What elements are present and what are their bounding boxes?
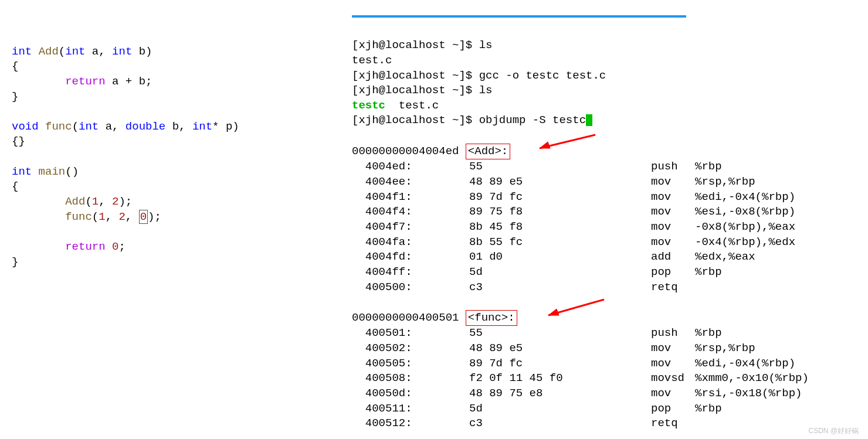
asm-row: 4004f4:89 75 f8mov%esi,-0x8(%rbp) xyxy=(352,205,868,220)
svg-marker-3 xyxy=(548,309,559,315)
watermark: CSDN @好好锅 xyxy=(808,426,859,435)
src-line: Add(1, 2); xyxy=(12,195,132,208)
asm-row: 400512:c3retq xyxy=(352,416,868,431)
src-line: } xyxy=(12,90,18,103)
asm-row: 400505:89 7d fcmov%edi,-0x4(%rbp) xyxy=(352,356,868,372)
arrow-to-func xyxy=(537,297,607,323)
term-output: testc test.c xyxy=(352,99,439,112)
arrow-to-add xyxy=(528,132,598,155)
asm-block-func: 400501:55push%rbp 400502:48 89 e5mov%rsp… xyxy=(352,326,868,431)
asm-row: 4004ff:5dpop%rbp xyxy=(352,265,868,280)
asm-row: 4004ee:48 89 e5mov%rsp,%rbp xyxy=(352,175,868,190)
asm-row: 400501:55push%rbp xyxy=(352,326,868,341)
term-line: [xjh@localhost ~]$ gcc -o testc test.c xyxy=(352,69,606,82)
add-label-box: <Add>: xyxy=(466,144,510,160)
asm-header: 0000000000400501 <func>: xyxy=(352,311,517,324)
asm-row: 4004f7:8b 45 f8mov-0x8(%rbp),%eax xyxy=(352,220,868,235)
terminal-pane: [xjh@localhost ~]$ ls test.c [xjh@localh… xyxy=(340,0,868,439)
asm-row: 400500:c3retq xyxy=(352,280,868,295)
src-line: } xyxy=(12,256,18,268)
src-line: return a + b; xyxy=(12,75,152,88)
terminal-cursor xyxy=(586,114,592,126)
asm-row: 400508:f2 0f 11 45 f0movsd%xmm0,-0x10(%r… xyxy=(352,371,868,386)
svg-marker-1 xyxy=(540,142,550,148)
main-container: int Add(int a, int b) { return a + b; } … xyxy=(0,0,868,439)
src-line: int Add(int a, int b) xyxy=(12,45,152,58)
source-code-pane: int Add(int a, int b) { return a + b; } … xyxy=(0,0,340,439)
src-line: { xyxy=(12,180,18,193)
asm-row: 40050d:48 89 75 e8mov%rsi,-0x18(%rbp) xyxy=(352,386,868,401)
term-line: [xjh@localhost ~]$ objdump -S testc xyxy=(352,114,592,127)
term-output: test.c xyxy=(352,54,392,67)
src-line: return 0; xyxy=(12,240,126,253)
src-line: func(1, 2, 0); xyxy=(12,210,161,224)
asm-row: 4004f1:89 7d fcmov%edi,-0x4(%rbp) xyxy=(352,190,868,205)
asm-block-add: 4004ed:55push%rbp 4004ee:48 89 e5mov%rsp… xyxy=(352,159,868,295)
func-label-box: <func>: xyxy=(466,310,517,326)
asm-row: 400502:48 89 e5mov%rsp,%rbp xyxy=(352,341,868,356)
term-line: [xjh@localhost ~]$ ls xyxy=(352,84,492,97)
asm-row: 4004fd:01 d0add%edx,%eax xyxy=(352,250,868,265)
asm-header: 00000000004004ed <Add>: xyxy=(352,145,510,158)
asm-row: 4004fa:8b 55 fcmov-0x4(%rbp),%edx xyxy=(352,235,868,250)
src-line: {} xyxy=(12,135,25,148)
src-line: int main() xyxy=(12,165,79,178)
src-line: { xyxy=(12,60,18,73)
terminal-top-border xyxy=(352,15,686,18)
term-line: [xjh@localhost ~]$ ls xyxy=(352,39,492,52)
asm-row: 400511:5dpop%rbp xyxy=(352,401,868,417)
src-line: void func(int a, double b, int* p) xyxy=(12,120,239,133)
asm-row: 4004ed:55push%rbp xyxy=(352,159,868,175)
